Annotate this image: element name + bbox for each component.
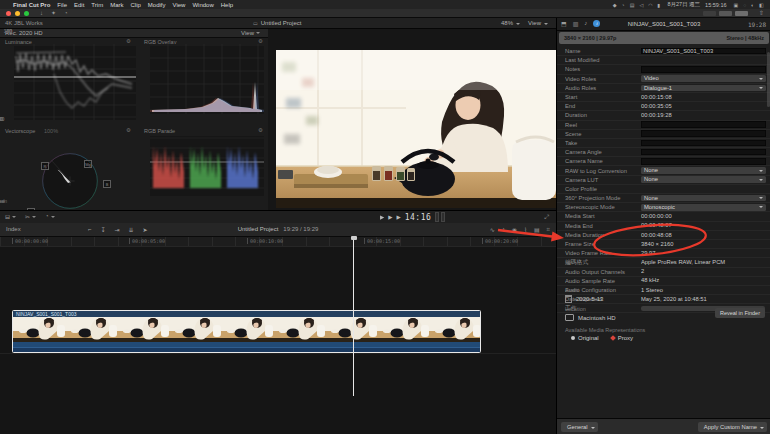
toolbar-icon[interactable]: ✦ bbox=[51, 9, 56, 17]
inspector-row-value[interactable]: 29.97 bbox=[641, 250, 766, 257]
inspector-row-value[interactable]: 00:00:35:05 bbox=[641, 103, 766, 110]
inspector-row-value[interactable]: Apple ProRes RAW, Linear PCM bbox=[641, 259, 766, 266]
inspector-row-label: Take bbox=[565, 140, 641, 146]
reveal-in-finder-button[interactable]: Reveal in Finder bbox=[715, 308, 765, 318]
apply-custom-name-menu[interactable]: Apply Custom Name bbox=[698, 422, 767, 432]
timeline-option-icon[interactable]: ∿ bbox=[490, 226, 495, 233]
timeline-option-icon[interactable]: ▤ bbox=[534, 226, 540, 233]
toolbar-icon[interactable]: ↓ bbox=[40, 9, 43, 17]
inspector-row-value[interactable]: NINJAV_S001_S001_T003 bbox=[641, 48, 766, 55]
status-icon[interactable]: ▤ bbox=[630, 2, 635, 8]
inspector-row-value[interactable]: 00:00:19:28 bbox=[641, 112, 766, 119]
location-row[interactable]: Macintosh HD bbox=[565, 314, 616, 321]
inspector-clip-duration: 19:28 bbox=[748, 21, 766, 28]
menu-item[interactable]: Mark bbox=[110, 2, 123, 8]
playhead[interactable] bbox=[353, 236, 354, 396]
inspector-tab-icon[interactable]: ⬒ bbox=[561, 20, 567, 27]
play-icon[interactable]: ▶ bbox=[388, 214, 392, 220]
metadata-view-menu[interactable]: General bbox=[561, 422, 598, 432]
minimize-window-button[interactable] bbox=[15, 11, 20, 16]
inspector-row-value[interactable] bbox=[641, 158, 766, 165]
event-row[interactable]: 2020-5-13 bbox=[565, 295, 603, 303]
app-menu[interactable]: Final Cut Pro bbox=[13, 2, 50, 8]
inspector-tab-icon[interactable]: ♪ bbox=[584, 20, 587, 27]
inspector-row-value[interactable]: None bbox=[641, 176, 766, 183]
inspector-row-value[interactable]: None bbox=[641, 167, 766, 174]
expand-viewer-icon[interactable]: ⤢ bbox=[544, 214, 549, 221]
inspector-row-value[interactable]: Video bbox=[641, 75, 766, 82]
timeline-menu-icon[interactable]: ✂ bbox=[25, 213, 36, 220]
inspector-clip-title: NINJAV_S001_S001_T003 bbox=[597, 21, 731, 27]
timeline-toggle-button[interactable] bbox=[719, 11, 732, 16]
audio-meters[interactable] bbox=[435, 212, 445, 222]
status-right-icons: ▣◌◐◧ bbox=[734, 2, 764, 8]
timeline-option-icon[interactable]: ◉ bbox=[512, 226, 517, 233]
scopes-view-menu[interactable]: View bbox=[241, 30, 260, 36]
inspector-row-value[interactable]: None bbox=[641, 195, 766, 202]
inspector-row-value[interactable] bbox=[641, 140, 766, 147]
timeline-option-icon[interactable]: ♪ bbox=[502, 226, 505, 233]
inspector-row-value[interactable]: 1 Stereo bbox=[641, 287, 766, 294]
inspector-row: Name NINJAV_S001_S001_T003 bbox=[557, 47, 770, 56]
zoom-window-button[interactable] bbox=[24, 11, 29, 16]
status-icon[interactable]: ◆ bbox=[613, 2, 617, 8]
menu-item[interactable]: Edit bbox=[74, 2, 84, 8]
timeline-option-icon[interactable]: ⌗ bbox=[547, 226, 550, 233]
media-representation-item: Original bbox=[571, 335, 599, 341]
inspector-row-label: End bbox=[565, 103, 641, 109]
menu-item[interactable]: Clip bbox=[130, 2, 140, 8]
status-icon[interactable]: ◔ bbox=[622, 2, 625, 8]
inspector-row-value[interactable]: 2 bbox=[641, 268, 766, 275]
menu-clock[interactable]: 8月27日 週三 15:59:16 bbox=[667, 1, 726, 8]
share-icon[interactable]: ⇧ bbox=[759, 9, 764, 17]
viewer-view-menu[interactable]: View bbox=[528, 20, 548, 26]
clip-filmstrip bbox=[13, 317, 480, 342]
inspector-row-value[interactable]: May 25, 2020 at 10:48:51 bbox=[641, 296, 766, 303]
status-icon[interactable]: ◧ bbox=[759, 2, 764, 8]
timeline-menu-icon[interactable]: ◔ bbox=[45, 213, 55, 220]
menu-item[interactable]: Help bbox=[221, 2, 233, 8]
status-icon[interactable]: ◁ bbox=[639, 2, 643, 8]
inspector-row-value[interactable]: 00:00:15:08 bbox=[641, 94, 766, 101]
status-icon[interactable]: ◌ bbox=[743, 2, 746, 8]
status-icon[interactable]: ▣ bbox=[734, 2, 739, 8]
inspector-row-value[interactable]: 48 kHz bbox=[641, 277, 766, 284]
skip-forward-icon[interactable]: ▶ bbox=[396, 214, 400, 220]
toolbar-icon[interactable]: ◔ bbox=[64, 9, 68, 17]
inspector-row-value[interactable] bbox=[641, 121, 766, 128]
inspector-row-value[interactable] bbox=[641, 186, 766, 193]
timeline-tracks: NINJAV_S001_S001_T003 bbox=[0, 246, 556, 434]
inspector-row: 360° Projection Mode None bbox=[557, 194, 770, 203]
inspector-row-value[interactable] bbox=[641, 57, 766, 64]
inspector-row-value[interactable]: 00:00:48:07 bbox=[641, 222, 766, 229]
timeline-clip[interactable]: NINJAV_S001_S001_T003 bbox=[12, 310, 481, 353]
timeline-menu-icon[interactable]: ⊟ bbox=[5, 213, 16, 220]
inspector-row-value[interactable] bbox=[641, 66, 766, 73]
status-icon[interactable]: ▮ bbox=[658, 2, 661, 8]
rgb-parade-settings-icon[interactable]: ⚙ bbox=[258, 127, 263, 133]
status-icon[interactable]: ◠ bbox=[648, 2, 652, 8]
inspector-row-value[interactable]: Dialogue-1 bbox=[641, 85, 766, 92]
status-icon[interactable]: ◐ bbox=[751, 2, 754, 8]
menu-item[interactable]: View bbox=[173, 2, 186, 8]
viewer-zoom-menu[interactable]: 48% bbox=[501, 20, 520, 26]
menu-item[interactable]: File bbox=[57, 2, 67, 8]
vectorscope-settings-icon[interactable]: ⚙ bbox=[126, 127, 131, 133]
inspector-row-value[interactable]: 3840 × 2160 bbox=[641, 241, 766, 248]
menu-item[interactable]: Window bbox=[192, 2, 213, 8]
skip-back-icon[interactable]: ◀ bbox=[380, 214, 384, 220]
inspector-tab-icon[interactable]: ▥ bbox=[573, 20, 579, 27]
timeline-option-icon[interactable]: ⌇ bbox=[524, 226, 527, 233]
close-window-button[interactable] bbox=[6, 11, 11, 16]
browser-toggle-button[interactable] bbox=[703, 11, 716, 16]
inspector-row-value[interactable]: 00:00:00:00 bbox=[641, 213, 766, 220]
inspector-row-value[interactable]: Monoscopic bbox=[641, 204, 766, 211]
inspector-row-value[interactable] bbox=[641, 130, 766, 137]
inspector-row-value[interactable] bbox=[641, 149, 766, 156]
menu-item[interactable]: Modify bbox=[148, 2, 166, 8]
timeline-ruler[interactable]: 00:00:00:0000:00:05:0000:00:10:0000:00:1… bbox=[0, 236, 556, 247]
menu-item[interactable]: Trim bbox=[91, 2, 103, 8]
inspector-row-value[interactable]: 00:00:48:08 bbox=[641, 232, 766, 239]
timeline-toolbar: Index ⌐↧⇥⇊➤ Untitled Project 19:29 / 19:… bbox=[0, 223, 556, 237]
inspector-toggle-button[interactable] bbox=[735, 11, 748, 16]
